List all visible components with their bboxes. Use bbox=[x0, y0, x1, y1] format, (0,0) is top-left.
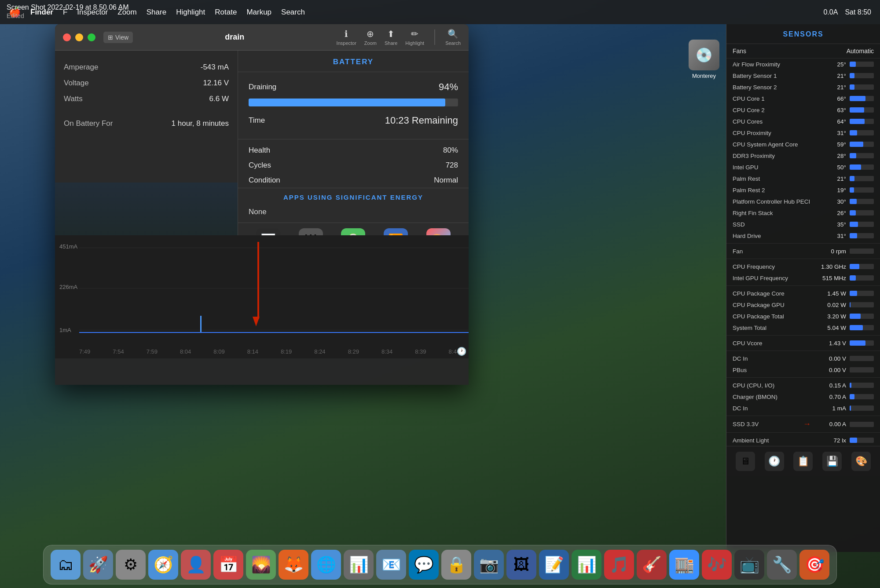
dock-photos[interactable]: 🌄 bbox=[246, 550, 276, 580]
markup-menu[interactable]: Markup bbox=[246, 8, 271, 17]
sensor-icon-1[interactable]: 🖥 bbox=[736, 452, 755, 471]
sensor-row: CPU Package GPU 0.02 W bbox=[726, 299, 880, 310]
dock-lightroom[interactable]: 📷 bbox=[474, 550, 504, 580]
sensor-name: CPU Proximity bbox=[733, 130, 813, 136]
sensor-name: CPU Core 2 bbox=[733, 107, 813, 113]
sensor-name: Platform Controller Hub PECI bbox=[733, 198, 813, 205]
sensor-row: DC In 0.00 V bbox=[726, 353, 880, 364]
dock-app5[interactable]: 🎸 bbox=[637, 550, 667, 580]
time-label: Time bbox=[249, 116, 265, 125]
sensor-icon-3[interactable]: 📋 bbox=[793, 452, 813, 471]
graph-baseline bbox=[79, 332, 469, 333]
search-label: Search bbox=[445, 40, 461, 46]
sensor-row: CPU Package Core 1.45 W bbox=[726, 288, 880, 299]
dock-firefox[interactable]: 🦊 bbox=[279, 550, 308, 580]
sensor-name: Fan bbox=[733, 248, 813, 255]
dock-app1[interactable]: 📊 bbox=[344, 550, 374, 580]
highlight-menu[interactable]: Highlight bbox=[176, 8, 205, 17]
share-menu[interactable]: Share bbox=[147, 8, 166, 17]
dock-finder[interactable]: 🗂 bbox=[51, 550, 81, 580]
graph-y-label-mid: 226mA bbox=[59, 284, 77, 290]
dock-launchpad[interactable]: 🚀 bbox=[83, 550, 113, 580]
dock-chrome[interactable]: 🌐 bbox=[311, 550, 341, 580]
dock-app4[interactable]: 🎵 bbox=[604, 550, 634, 580]
draining-row: Draining 94% bbox=[249, 79, 458, 95]
hd-disk-icon[interactable]: 💿 Monterey bbox=[686, 40, 722, 79]
dock-safari[interactable]: 🧭 bbox=[148, 550, 178, 580]
sensor-value: 0.02 W bbox=[813, 302, 846, 308]
sensor-value: 21° bbox=[813, 175, 846, 182]
sensor-row: CPU Core 2 63° bbox=[726, 104, 880, 116]
toolbar-share[interactable]: ⬆ Share bbox=[385, 29, 397, 46]
sensor-name: Battery Sensor 2 bbox=[733, 84, 813, 91]
sensors-bottom-icons: 🖥 🕐 📋 💾 🎨 bbox=[726, 446, 880, 476]
sensor-name: Hard Drive bbox=[733, 233, 813, 239]
dock-skype[interactable]: 💬 bbox=[409, 550, 439, 580]
voltage-value: 12.16 V bbox=[203, 79, 229, 88]
sensor-icon-5[interactable]: 🎨 bbox=[851, 452, 871, 471]
toolbar-zoom[interactable]: ⊕ Zoom bbox=[364, 29, 377, 46]
sensor-bar-fill bbox=[850, 187, 854, 193]
dock-system-prefs[interactable]: ⚙ bbox=[116, 550, 146, 580]
close-button[interactable] bbox=[63, 33, 71, 41]
sensor-name: CPU System Agent Core bbox=[733, 141, 813, 148]
sensor-value: 3.20 W bbox=[813, 313, 846, 320]
sensor-value: 0.00 A bbox=[813, 421, 846, 427]
dock-app8[interactable]: 🎯 bbox=[799, 550, 829, 580]
watts-value: 6.6 W bbox=[209, 95, 229, 103]
apps-using-energy-title: APPS USING SIGNIFICANT ENERGY bbox=[238, 188, 469, 205]
sensor-row: CPU Core 1 66° bbox=[726, 93, 880, 104]
dock-music[interactable]: 🎶 bbox=[702, 550, 732, 580]
graph-clock-icon: 🕐 bbox=[457, 347, 466, 356]
sensor-name: DC In bbox=[733, 355, 813, 362]
window-title: drain bbox=[225, 33, 244, 42]
sensor-value: 0.15 A bbox=[813, 382, 846, 389]
sensor-bar-container bbox=[850, 422, 874, 427]
sensor-bar-container bbox=[850, 130, 874, 135]
highlight-icon: ✏ bbox=[411, 29, 418, 39]
sensor-row: DC In 1 mA bbox=[726, 402, 880, 414]
sensor-icon-2[interactable]: 🕐 bbox=[765, 452, 784, 471]
graph-spike bbox=[200, 316, 202, 332]
toolbar-highlight[interactable]: ✏ Highlight bbox=[405, 29, 424, 46]
sensor-bar-fill bbox=[850, 119, 865, 124]
dock-app7[interactable]: 🔧 bbox=[767, 550, 797, 580]
dock-calendar[interactable]: 📅 bbox=[213, 550, 243, 580]
rotate-menu[interactable]: Rotate bbox=[215, 8, 237, 17]
dock-contacts[interactable]: 👤 bbox=[181, 550, 211, 580]
toolbar-inspector[interactable]: ℹ Inspector bbox=[337, 29, 356, 46]
sensor-section-divider bbox=[726, 335, 880, 336]
sensor-bar-fill bbox=[850, 164, 861, 170]
sensor-icon-4[interactable]: 💾 bbox=[822, 452, 842, 471]
sensor-row: Intel GPU 50° bbox=[726, 161, 880, 173]
maximize-button[interactable] bbox=[88, 33, 95, 41]
search-menu[interactable]: Search bbox=[281, 8, 305, 17]
sensor-section-divider bbox=[726, 416, 880, 416]
sensor-bar-container bbox=[850, 96, 874, 101]
dock-app6[interactable]: 📺 bbox=[734, 550, 764, 580]
dock-app2[interactable]: 📧 bbox=[376, 550, 406, 580]
time-value: 10:23 Remaining bbox=[385, 115, 458, 126]
sensor-value: 515 MHz bbox=[813, 275, 846, 281]
sensor-bar-fill bbox=[850, 130, 857, 135]
battery-panel-title: BATTERY bbox=[238, 51, 469, 72]
sensor-value: 0.00 V bbox=[813, 367, 846, 373]
x-label-4: 8:09 bbox=[213, 348, 224, 355]
sensor-bar-fill bbox=[850, 291, 857, 296]
dock-app3[interactable]: 🔒 bbox=[441, 550, 471, 580]
sensor-bar-fill bbox=[850, 142, 863, 147]
minimize-button[interactable] bbox=[75, 33, 83, 41]
sensor-row: Palm Rest 21° bbox=[726, 173, 880, 184]
title-bar: ⊞ View drain ℹ Inspector ⊕ Zoom ⬆ Share … bbox=[55, 24, 469, 51]
sensors-panel-title: SENSORS bbox=[726, 24, 880, 44]
graph-gridline-2 bbox=[79, 288, 469, 289]
sensor-row: Platform Controller Hub PECI 30° bbox=[726, 196, 880, 207]
dock-appstore[interactable]: 🏬 bbox=[669, 550, 699, 580]
dock-excel[interactable]: 📊 bbox=[572, 550, 601, 580]
dock-word[interactable]: 📝 bbox=[539, 550, 569, 580]
toolbar-search[interactable]: 🔍 Search bbox=[445, 29, 461, 46]
view-button[interactable]: ⊞ View bbox=[103, 32, 133, 43]
sensor-row: SSD 3.3V →0.00 A bbox=[726, 418, 880, 431]
dock-photoshop[interactable]: 🖼 bbox=[506, 550, 536, 580]
sensor-bar-container bbox=[850, 394, 874, 399]
